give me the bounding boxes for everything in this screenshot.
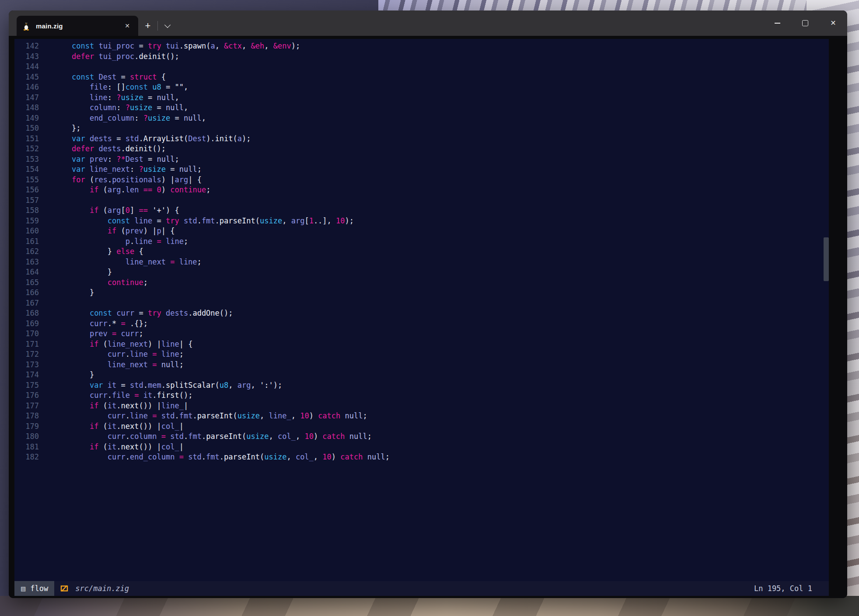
code-line[interactable]: 157	[14, 195, 829, 206]
code-text: prev = curr;	[54, 329, 143, 339]
code-line[interactable]: 180 curr.column = std.fmt.parseInt(usize…	[14, 432, 829, 442]
desktop: { "window": { "tab": { "title": "main.zi…	[0, 0, 859, 616]
code-line[interactable]: 155 for (res.positionals) |arg| {	[14, 175, 829, 185]
app-name: flow	[30, 584, 48, 593]
titlebar[interactable]: main.zig ✕ + ✕	[9, 10, 847, 36]
code-line[interactable]: 168 const curr = try dests.addOne();	[14, 308, 829, 319]
code-line[interactable]: 153 var prev: ?*Dest = null;	[14, 154, 829, 165]
code-text: const curr = try dests.addOne();	[54, 308, 233, 319]
code-line[interactable]: 163 line_next = line;	[14, 257, 829, 268]
line-number: 159	[14, 216, 39, 226]
code-line[interactable]: 182 curr.end_column = std.fmt.parseInt(u…	[14, 452, 829, 463]
code-line[interactable]: 170 prev = curr;	[14, 329, 829, 339]
code-line[interactable]: 176 curr.file = it.first();	[14, 390, 829, 401]
code-line[interactable]: 144	[14, 62, 829, 72]
code-line[interactable]: 166 }	[14, 288, 829, 298]
code-line[interactable]: 175 var it = std.mem.splitScalar(u8, arg…	[14, 380, 829, 391]
code-text: if (it.next()) |col_|	[54, 421, 184, 432]
minimize-button[interactable]	[763, 10, 791, 36]
code-line[interactable]: 174 }	[14, 370, 829, 380]
chevron-down-icon	[164, 21, 171, 28]
code-text: var line_next: ?usize = null;	[54, 164, 202, 175]
code-view[interactable]: 142 const tui_proc = try tui.spawn(a, &c…	[14, 41, 829, 463]
code-text: curr.column = std.fmt.parseInt(usize, co…	[54, 432, 372, 442]
code-text: defer dests.deinit();	[54, 144, 166, 154]
code-text: if (it.next()) |line_|	[54, 401, 188, 411]
code-text: column: ?usize = null,	[54, 103, 188, 113]
line-number: 143	[14, 52, 39, 62]
line-number: 178	[14, 411, 39, 421]
code-text: line_next = line;	[54, 257, 202, 268]
code-line[interactable]: 151 var dests = std.ArrayList(Dest).init…	[14, 134, 829, 144]
line-number: 155	[14, 175, 39, 185]
code-line[interactable]: 165 continue;	[14, 278, 829, 288]
line-number: 161	[14, 237, 39, 247]
line-number: 165	[14, 278, 39, 288]
line-number: 153	[14, 154, 39, 165]
code-line[interactable]: 156 if (arg.len == 0) continue;	[14, 185, 829, 195]
new-tab-button[interactable]: +	[138, 17, 157, 35]
code-text: curr.file = it.first();	[54, 390, 192, 401]
code-line[interactable]: 154 var line_next: ?usize = null;	[14, 164, 829, 175]
code-text: defer tui_proc.deinit();	[54, 52, 179, 62]
line-number: 173	[14, 360, 39, 370]
code-text: };	[54, 123, 80, 134]
code-text: }	[54, 370, 94, 380]
scrollbar-thumb[interactable]	[824, 237, 829, 281]
code-line[interactable]: 160 if (prev) |p| {	[14, 226, 829, 237]
code-text: }	[54, 267, 112, 278]
line-number: 177	[14, 401, 39, 411]
line-number: 166	[14, 288, 39, 298]
line-number: 163	[14, 257, 39, 268]
code-line[interactable]: 145 const Dest = struct {	[14, 72, 829, 83]
code-text: var it = std.mem.splitScalar(u8, arg, ':…	[54, 380, 282, 391]
code-line[interactable]: 142 const tui_proc = try tui.spawn(a, &c…	[14, 41, 829, 52]
code-line[interactable]: 161 p.line = line;	[14, 237, 829, 247]
tux-penguin-icon	[22, 21, 31, 31]
code-line[interactable]: 150 };	[14, 123, 829, 134]
code-line[interactable]: 164 }	[14, 267, 829, 278]
code-line[interactable]: 178 curr.line = std.fmt.parseInt(usize, …	[14, 411, 829, 421]
maximize-icon	[802, 20, 808, 26]
code-text: file: []const u8 = "",	[54, 82, 188, 93]
code-text: if (arg.len == 0) continue;	[54, 185, 210, 195]
code-line[interactable]: 152 defer dests.deinit();	[14, 144, 829, 154]
code-line[interactable]: 158 if (arg[0] == '+') {	[14, 205, 829, 216]
line-number: 147	[14, 93, 39, 103]
code-text: var dests = std.ArrayList(Dest).init(a);	[54, 134, 251, 144]
code-line[interactable]: 173 line_next = null;	[14, 360, 829, 370]
tab-main-zig[interactable]: main.zig ✕	[17, 16, 138, 36]
line-number: 176	[14, 390, 39, 401]
line-number: 168	[14, 308, 39, 319]
line-number: 171	[14, 339, 39, 350]
code-line[interactable]: 143 defer tui_proc.deinit();	[14, 52, 829, 62]
code-line[interactable]: 147 line: ?usize = null,	[14, 93, 829, 103]
app-menu-chip[interactable]: ▤ flow	[14, 581, 54, 596]
code-text: curr.line = line;	[54, 349, 184, 360]
code-text: curr.end_column = std.fmt.parseInt(usize…	[54, 452, 390, 463]
code-line[interactable]: 181 if (it.next()) |col_|	[14, 442, 829, 452]
code-line[interactable]: 149 end_column: ?usize = null,	[14, 113, 829, 124]
code-line[interactable]: 159 const line = try std.fmt.parseInt(us…	[14, 216, 829, 226]
code-line[interactable]: 179 if (it.next()) |col_|	[14, 421, 829, 432]
line-number: 148	[14, 103, 39, 113]
code-line[interactable]: 162 } else {	[14, 247, 829, 257]
code-line[interactable]: 146 file: []const u8 = "",	[14, 82, 829, 93]
tab-dropdown-button[interactable]	[158, 17, 177, 35]
code-line[interactable]: 177 if (it.next()) |line_|	[14, 401, 829, 411]
code-line[interactable]: 169 curr.* = .{};	[14, 319, 829, 329]
code-text: curr.line = std.fmt.parseInt(usize, line…	[54, 411, 367, 421]
code-text: if (it.next()) |col_|	[54, 442, 184, 452]
maximize-button[interactable]	[791, 10, 819, 36]
code-line[interactable]: 171 if (line_next) |line| {	[14, 339, 829, 350]
close-button[interactable]: ✕	[819, 10, 847, 36]
file-path[interactable]: src/main.zig	[75, 584, 129, 593]
code-line[interactable]: 148 column: ?usize = null,	[14, 103, 829, 113]
code-text: const line = try std.fmt.parseInt(usize,…	[54, 216, 354, 226]
line-number: 180	[14, 432, 39, 442]
editor-area[interactable]: 142 const tui_proc = try tui.spawn(a, &c…	[14, 39, 829, 596]
tab-close-button[interactable]: ✕	[122, 20, 133, 31]
code-line[interactable]: 172 curr.line = line;	[14, 349, 829, 360]
code-line[interactable]: 167	[14, 298, 829, 309]
terminal-window: main.zig ✕ + ✕ 142 const tui_proc = try …	[9, 10, 847, 598]
